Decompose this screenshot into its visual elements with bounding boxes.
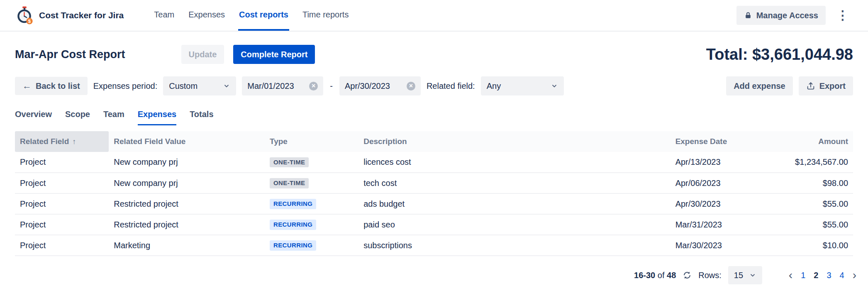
cell-type: RECURRING xyxy=(265,214,358,235)
type-badge: ONE-TIME xyxy=(270,157,309,168)
cell-related-field-value: New company prj xyxy=(109,152,265,173)
report-header: Mar-Apr Cost Report Update Complete Repo… xyxy=(0,45,868,64)
rows-per-page-select[interactable]: 15 xyxy=(728,266,762,284)
table-row: Project Marketing RECURRING subscription… xyxy=(15,235,853,256)
type-badge: ONE-TIME xyxy=(270,178,309,188)
rows-range-of: of xyxy=(658,271,665,280)
complete-report-button[interactable]: Complete Report xyxy=(233,45,315,64)
top-nav: Team Expenses Cost reports Time reports xyxy=(147,0,356,31)
page-3[interactable]: 3 xyxy=(827,271,831,280)
rows-range-value: 16-30 xyxy=(634,271,655,280)
manage-access-label: Manage Access xyxy=(756,11,818,20)
rows-range: 16-30 of 48 xyxy=(634,271,676,280)
cell-amount: $98.00 xyxy=(784,173,853,193)
cell-description: paid seo xyxy=(358,214,670,235)
manage-access-button[interactable]: Manage Access xyxy=(736,6,826,25)
kebab-menu-button[interactable]: ⋮ xyxy=(832,7,853,23)
column-header-type[interactable]: Type xyxy=(265,131,358,152)
report-title: Mar-Apr Cost Report xyxy=(15,48,125,61)
cell-related-field: Project xyxy=(15,173,109,193)
nav-cost-reports[interactable]: Cost reports xyxy=(238,0,289,31)
tab-scope[interactable]: Scope xyxy=(65,110,90,125)
export-label: Export xyxy=(819,81,846,91)
type-badge: RECURRING xyxy=(270,240,316,251)
top-bar: $ Cost Tracker for Jira Team Expenses Co… xyxy=(0,0,868,32)
page-2[interactable]: 2 xyxy=(814,271,818,280)
next-page-icon[interactable]: › xyxy=(853,269,856,281)
cell-description: ads budget xyxy=(358,193,670,214)
nav-time-reports[interactable]: Time reports xyxy=(302,0,350,31)
export-button[interactable]: Export xyxy=(799,76,853,95)
expenses-table: Related Field↑ Related Field Value Type … xyxy=(15,131,853,256)
column-header-amount[interactable]: Amount xyxy=(784,131,853,152)
related-field-select[interactable]: Any xyxy=(481,76,564,95)
clear-date-from-icon[interactable]: × xyxy=(309,82,318,90)
top-bar-actions: Manage Access ⋮ xyxy=(736,6,853,25)
tab-totals[interactable]: Totals xyxy=(190,110,213,125)
update-button[interactable]: Update xyxy=(181,45,224,64)
cell-related-field: Project xyxy=(15,214,109,235)
column-header-related-field[interactable]: Related Field↑ xyxy=(15,131,109,152)
date-to-value: Apr/30/2023 xyxy=(345,81,390,91)
back-to-list-button[interactable]: ← Back to list xyxy=(15,77,88,95)
cell-amount: $55.00 xyxy=(784,193,853,214)
date-from-field[interactable]: Mar/01/2023 × xyxy=(242,76,323,95)
app-title: Cost Tracker for Jira xyxy=(39,10,124,20)
expenses-period-label: Expenses period: xyxy=(93,81,158,91)
table-row: Project Restricted project RECURRING pai… xyxy=(15,214,853,235)
chevron-down-icon xyxy=(749,271,756,279)
cell-type: ONE-TIME xyxy=(265,152,358,173)
cell-expense-date: Mar/31/2023 xyxy=(671,214,785,235)
export-icon xyxy=(806,81,815,90)
tab-overview[interactable]: Overview xyxy=(15,110,52,125)
column-header-expense-date[interactable]: Expense Date xyxy=(671,131,785,152)
cell-related-field-value: Restricted project xyxy=(109,214,265,235)
period-select-value: Custom xyxy=(169,81,197,91)
nav-expenses[interactable]: Expenses xyxy=(188,0,226,31)
column-header-related-field-value[interactable]: Related Field Value xyxy=(109,131,265,152)
type-badge: RECURRING xyxy=(270,199,316,209)
nav-team[interactable]: Team xyxy=(153,0,175,31)
cell-related-field: Project xyxy=(15,235,109,256)
rows-range-group: 16-30 of 48 Rows: 15 xyxy=(634,266,762,284)
pagination: ‹ 1 2 3 4 › xyxy=(789,269,856,281)
total-label: Total: xyxy=(706,46,748,63)
total-value: $3,661,044.98 xyxy=(752,46,853,63)
column-label: Related Field xyxy=(20,137,69,146)
column-header-description[interactable]: Description xyxy=(358,131,670,152)
svg-text:$: $ xyxy=(28,19,31,24)
cell-expense-date: Apr/06/2023 xyxy=(671,173,785,193)
cell-expense-date: Apr/13/2023 xyxy=(671,152,785,173)
date-to-field[interactable]: Apr/30/2023 × xyxy=(339,76,421,95)
tab-team[interactable]: Team xyxy=(103,110,124,125)
report-total: Total: $3,661,044.98 xyxy=(706,46,853,64)
table-row: Project New company prj ONE-TIME licence… xyxy=(15,152,853,173)
page-1[interactable]: 1 xyxy=(801,271,805,280)
date-range-separator: - xyxy=(330,81,333,91)
report-tabs: Overview Scope Team Expenses Totals xyxy=(0,110,868,125)
table-row: Project New company prj ONE-TIME tech co… xyxy=(15,173,853,193)
chevron-down-icon xyxy=(551,82,558,90)
add-expense-button[interactable]: Add expense xyxy=(726,76,792,95)
cell-description: tech cost xyxy=(358,173,670,193)
period-select[interactable]: Custom xyxy=(163,76,236,95)
cell-related-field: Project xyxy=(15,193,109,214)
related-field-label: Related field: xyxy=(427,81,475,91)
cell-description: licences cost xyxy=(358,152,670,173)
tab-expenses[interactable]: Expenses xyxy=(138,110,176,125)
cell-expense-date: Apr/30/2023 xyxy=(671,193,785,214)
sort-ascending-icon: ↑ xyxy=(72,137,76,146)
expenses-table-wrap: Related Field↑ Related Field Value Type … xyxy=(0,131,868,256)
prev-page-icon[interactable]: ‹ xyxy=(789,269,792,281)
cell-related-field-value: Marketing xyxy=(109,235,265,256)
cell-related-field: Project xyxy=(15,152,109,173)
back-arrow-icon: ← xyxy=(22,81,32,90)
refresh-icon[interactable] xyxy=(683,271,692,280)
lock-icon xyxy=(744,11,752,20)
filter-row: ← Back to list Expenses period: Custom M… xyxy=(0,76,868,95)
cell-type: RECURRING xyxy=(265,235,358,256)
cell-amount: $55.00 xyxy=(784,214,853,235)
page-4[interactable]: 4 xyxy=(840,271,844,280)
cell-related-field-value: New company prj xyxy=(109,173,265,193)
clear-date-to-icon[interactable]: × xyxy=(407,82,415,90)
